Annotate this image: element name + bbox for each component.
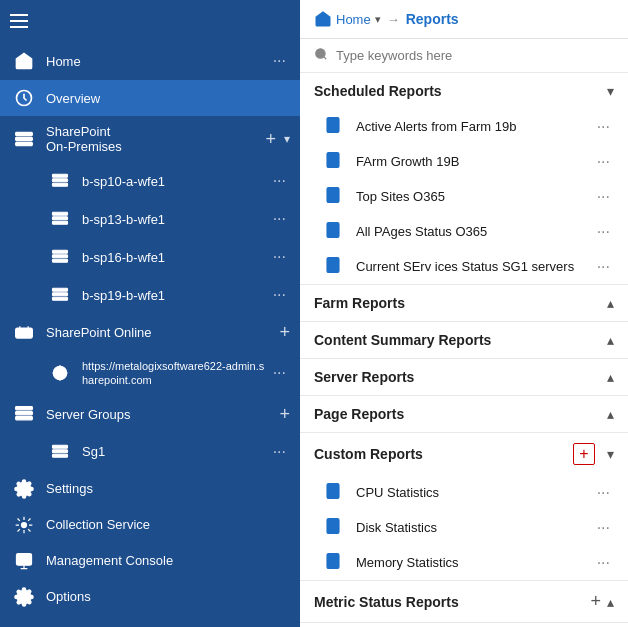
sidebar-item-options[interactable]: Options <box>0 579 300 615</box>
report-icon-5 <box>324 256 348 277</box>
scheduled-item-more-1[interactable]: ··· <box>593 118 614 136</box>
scheduled-item-more-3[interactable]: ··· <box>593 188 614 206</box>
sp-online-url-more[interactable]: ··· <box>269 362 290 384</box>
collection-service-icon <box>10 515 38 535</box>
sharepoint-onprem-icon <box>10 129 38 149</box>
custom-reports-item-3[interactable]: Memory Statistics ··· <box>300 545 628 580</box>
custom-reports-chevron[interactable]: ▾ <box>607 446 614 462</box>
custom-reports-item-2[interactable]: Disk Statistics ··· <box>300 510 628 545</box>
scheduled-reports-item-5[interactable]: Current SErv ices Status SG1 servers ··· <box>300 249 628 284</box>
section-server-reports-header[interactable]: Server Reports ▴ <box>300 359 628 395</box>
svg-rect-9 <box>53 183 68 186</box>
svg-rect-57 <box>327 519 339 534</box>
scheduled-item-label-4: All PAges Status O365 <box>356 224 593 239</box>
scheduled-item-label-5: Current SErv ices Status SG1 servers <box>356 259 593 274</box>
custom-item-more-3[interactable]: ··· <box>593 554 614 572</box>
scheduled-reports-item-2[interactable]: FArm Growth 19B ··· <box>300 144 628 179</box>
sidebar-item-home[interactable]: Home ··· <box>0 42 300 80</box>
sidebar-item-sharepoint-online[interactable]: SharePoint Online + <box>0 314 300 351</box>
sidebar-item-overview[interactable]: Overview <box>0 80 300 116</box>
scheduled-item-more-2[interactable]: ··· <box>593 153 614 171</box>
svg-rect-13 <box>53 250 68 253</box>
scheduled-item-label-2: FArm Growth 19B <box>356 154 593 169</box>
svg-rect-18 <box>53 297 68 300</box>
section-content-summary-reports-header[interactable]: Content Summary Reports ▴ <box>300 322 628 358</box>
scheduled-reports-item-4[interactable]: All PAges Status O365 ··· <box>300 214 628 249</box>
breadcrumb-dropdown-icon[interactable]: ▾ <box>375 13 381 26</box>
svg-rect-23 <box>16 417 33 420</box>
sp-server-label-4: b-sp19-b-wfe1 <box>82 288 269 303</box>
scheduled-reports-item-3[interactable]: Top Sites O365 ··· <box>300 179 628 214</box>
home-more[interactable]: ··· <box>269 50 290 72</box>
breadcrumb-home-icon <box>314 10 332 28</box>
sidebar-item-settings[interactable]: Settings <box>0 471 300 507</box>
sidebar-item-sp-server-2[interactable]: b-sp13-b-wfe1 ··· <box>0 200 300 238</box>
svg-rect-61 <box>327 554 339 569</box>
home-icon <box>10 51 38 71</box>
svg-rect-16 <box>53 288 68 291</box>
section-scheduled-reports-header[interactable]: Scheduled Reports ▾ <box>300 73 628 109</box>
sidebar-item-sp-server-3[interactable]: b-sp16-b-wfe1 ··· <box>0 238 300 276</box>
server-groups-add[interactable]: + <box>279 404 290 425</box>
server-reports-chevron[interactable]: ▴ <box>607 369 614 385</box>
scheduled-reports-chevron[interactable]: ▾ <box>607 83 614 99</box>
sp-onprem-chevron[interactable]: ▾ <box>284 132 290 146</box>
breadcrumb-bar: Home ▾ → Reports <box>300 0 628 39</box>
sp-server-more-1[interactable]: ··· <box>269 170 290 192</box>
sidebar-item-sp-online-url[interactable]: https://metalogixsoftware622-admin.share… <box>0 351 300 396</box>
section-custom-reports-header[interactable]: Custom Reports + ▾ <box>300 433 628 475</box>
custom-report-icon-3 <box>324 552 348 573</box>
sharepoint-onprem-label: SharePointOn-Premises <box>46 124 265 154</box>
server-groups-icon <box>10 404 38 424</box>
server-icon-3 <box>46 248 74 266</box>
report-icon-4 <box>324 221 348 242</box>
svg-rect-24 <box>53 445 68 448</box>
sg1-more[interactable]: ··· <box>269 441 290 463</box>
sp-onprem-add[interactable]: + <box>265 129 276 150</box>
sidebar-item-management-console[interactable]: Management Console <box>0 543 300 579</box>
svg-rect-49 <box>327 258 339 273</box>
sidebar-item-sharepoint-onprem[interactable]: SharePointOn-Premises + ▾ <box>0 116 300 162</box>
sp-server-more-2[interactable]: ··· <box>269 208 290 230</box>
scheduled-reports-item-1[interactable]: Active Alerts from Farm 19b ··· <box>300 109 628 144</box>
hamburger-menu[interactable] <box>10 14 28 28</box>
page-reports-chevron[interactable]: ▴ <box>607 406 614 422</box>
custom-reports-item-1[interactable]: CPU Statistics ··· <box>300 475 628 510</box>
sidebar-item-server-groups[interactable]: Server Groups + <box>0 396 300 433</box>
custom-report-icon-1 <box>324 482 348 503</box>
sidebar-item-sp-server-1[interactable]: b-sp10-a-wfe1 ··· <box>0 162 300 200</box>
svg-point-4 <box>18 133 19 134</box>
custom-item-label-1: CPU Statistics <box>356 485 593 500</box>
svg-rect-29 <box>17 553 32 565</box>
custom-item-more-2[interactable]: ··· <box>593 519 614 537</box>
right-panel: Home ▾ → Reports Scheduled Reports ▾ A <box>300 0 628 627</box>
sp-server-more-3[interactable]: ··· <box>269 246 290 268</box>
svg-rect-12 <box>53 221 68 224</box>
svg-rect-11 <box>53 217 68 220</box>
section-farm-reports-header[interactable]: Farm Reports ▴ <box>300 285 628 321</box>
breadcrumb-home[interactable]: Home ▾ <box>314 10 381 28</box>
content-summary-chevron[interactable]: ▴ <box>607 332 614 348</box>
sg1-label: Sg1 <box>82 444 269 459</box>
search-input[interactable] <box>336 48 614 63</box>
section-metric-status-reports-header[interactable]: Metric Status Reports + ▴ <box>300 581 628 622</box>
overview-icon <box>10 88 38 108</box>
sidebar-item-collection-service[interactable]: Collection Service <box>0 507 300 543</box>
custom-reports-add-button[interactable]: + <box>573 443 595 465</box>
section-page-reports-header[interactable]: Page Reports ▴ <box>300 396 628 432</box>
sp-online-add[interactable]: + <box>279 322 290 343</box>
scheduled-item-label-1: Active Alerts from Farm 19b <box>356 119 593 134</box>
sp-server-more-4[interactable]: ··· <box>269 284 290 306</box>
custom-reports-title: Custom Reports <box>314 446 423 462</box>
metric-status-add[interactable]: + <box>590 591 601 612</box>
custom-item-more-1[interactable]: ··· <box>593 484 614 502</box>
scheduled-item-more-5[interactable]: ··· <box>593 258 614 276</box>
svg-rect-17 <box>53 293 68 296</box>
scheduled-item-more-4[interactable]: ··· <box>593 223 614 241</box>
sidebar-item-sp-server-4[interactable]: b-sp19-b-wfe1 ··· <box>0 276 300 314</box>
sp-online-url-label: https://metalogixsoftware622-admin.share… <box>82 359 269 388</box>
farm-reports-chevron[interactable]: ▴ <box>607 295 614 311</box>
sidebar-item-sg1[interactable]: Sg1 ··· <box>0 433 300 471</box>
metric-status-chevron[interactable]: ▴ <box>607 594 614 610</box>
server-reports-title: Server Reports <box>314 369 414 385</box>
